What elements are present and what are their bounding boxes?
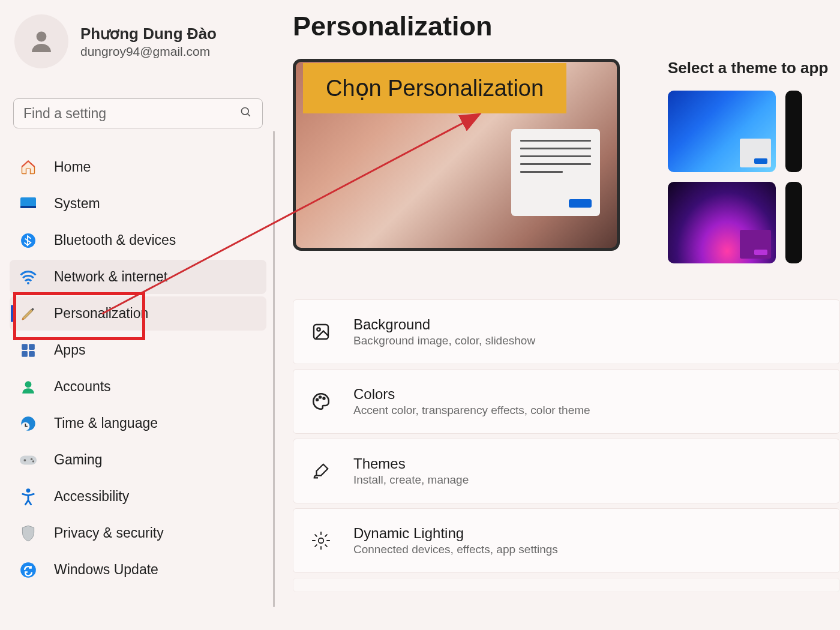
setting-desc: Install, create, manage	[353, 473, 469, 487]
setting-desc: Connected devices, effects, app settings	[353, 543, 558, 556]
svg-point-24	[323, 398, 325, 400]
sidebar-item-apps[interactable]: Apps	[10, 333, 266, 367]
setting-row-dynamic-lighting[interactable]: Dynamic Lighting Connected devices, effe…	[293, 508, 840, 573]
accessibility-icon	[19, 488, 37, 506]
sidebar-item-label: Home	[54, 159, 91, 175]
svg-point-25	[319, 538, 324, 544]
sidebar-item-label: System	[54, 196, 100, 212]
sidebar-item-label: Accessibility	[54, 488, 129, 505]
update-icon	[19, 561, 37, 579]
setting-desc: Background image, color, slideshow	[353, 334, 535, 347]
gamepad-icon	[19, 451, 37, 469]
svg-point-22	[316, 399, 318, 401]
svg-line-30	[315, 535, 317, 536]
sidebar-item-gaming[interactable]: Gaming	[10, 443, 266, 477]
setting-title: Dynamic Lighting	[353, 525, 558, 542]
annotation-label: Chọn Personalization	[326, 76, 544, 101]
themes-column: Select a theme to app	[668, 59, 840, 263]
svg-point-21	[317, 328, 320, 331]
sidebar-item-privacy[interactable]: Privacy & security	[10, 516, 266, 550]
annotation-callout: Chọn Personalization	[303, 63, 566, 113]
themes-heading: Select a theme to app	[668, 59, 840, 77]
settings-list: Background Background image, color, slid…	[293, 299, 840, 592]
sidebar-item-bluetooth[interactable]: Bluetooth & devices	[10, 223, 266, 257]
sidebar-item-label: Accounts	[54, 379, 111, 395]
sidebar-item-system[interactable]: System	[10, 187, 266, 221]
sidebar-item-label: Windows Update	[54, 562, 158, 578]
sidebar-item-time[interactable]: Time & language	[10, 406, 266, 440]
sidebar-item-label: Gaming	[54, 452, 103, 468]
sidebar-item-update[interactable]: Windows Update	[10, 553, 266, 587]
svg-point-11	[25, 381, 32, 388]
theme-card-dark[interactable]	[785, 91, 802, 172]
svg-point-15	[24, 459, 26, 461]
svg-line-31	[325, 545, 327, 547]
brush-icon	[310, 460, 332, 482]
svg-rect-7	[22, 344, 28, 350]
setting-title: Colors	[353, 386, 590, 403]
svg-rect-8	[29, 344, 35, 350]
search-icon	[240, 106, 252, 121]
bluetooth-icon	[19, 232, 37, 250]
sidebar-nav: Home System Bluetooth & devices Network …	[10, 150, 266, 587]
sidebar-scrollbar[interactable]	[273, 131, 275, 607]
svg-rect-4	[20, 206, 36, 208]
theme-card-extra[interactable]	[785, 182, 802, 263]
apps-icon	[19, 341, 37, 359]
page-title: Personalization	[293, 11, 840, 42]
sidebar-item-personalization[interactable]: Personalization	[10, 296, 266, 331]
svg-point-6	[27, 282, 29, 284]
avatar-icon	[27, 27, 56, 56]
sidebar-item-label: Privacy & security	[54, 525, 164, 541]
user-name: Phương Dung Đào	[80, 25, 217, 43]
svg-point-16	[31, 458, 32, 460]
svg-line-33	[325, 535, 327, 536]
setting-title: Background	[353, 316, 535, 333]
user-block[interactable]: Phương Dung Đào dungroy94@gmail.com	[14, 14, 266, 68]
svg-point-23	[319, 397, 321, 398]
setting-row-partial[interactable]	[293, 578, 840, 592]
svg-rect-9	[22, 351, 28, 357]
paintbrush-icon	[19, 305, 37, 323]
image-icon	[310, 321, 332, 343]
theme-card-light[interactable]	[668, 91, 776, 172]
svg-line-32	[315, 545, 317, 547]
setting-desc: Accent color, transparency effects, colo…	[353, 404, 590, 417]
sidebar-item-label: Network & internet	[54, 269, 167, 285]
svg-rect-10	[29, 351, 35, 357]
svg-rect-14	[20, 455, 37, 464]
svg-point-1	[242, 108, 249, 115]
sparkle-icon	[310, 530, 332, 551]
sidebar-item-home[interactable]: Home	[10, 150, 266, 184]
setting-title: Themes	[353, 455, 469, 472]
svg-line-2	[248, 114, 250, 116]
themes-grid	[668, 91, 840, 263]
shield-icon	[19, 524, 37, 542]
sidebar-item-accessibility[interactable]: Accessibility	[10, 479, 266, 514]
user-email: dungroy94@gmail.com	[80, 44, 217, 59]
sidebar: Phương Dung Đào dungroy94@gmail.com Home	[0, 0, 276, 630]
palette-icon	[310, 391, 332, 412]
setting-row-themes[interactable]: Themes Install, create, manage	[293, 439, 840, 503]
sidebar-item-network[interactable]: Network & internet	[10, 260, 266, 294]
svg-point-17	[32, 460, 34, 462]
clock-globe-icon	[19, 415, 37, 433]
home-icon	[19, 158, 37, 176]
svg-point-18	[26, 488, 31, 493]
sidebar-item-accounts[interactable]: Accounts	[10, 370, 266, 404]
setting-row-colors[interactable]: Colors Accent color, transparency effect…	[293, 369, 840, 434]
sidebar-item-label: Time & language	[54, 415, 158, 431]
svg-rect-20	[314, 325, 328, 339]
sidebar-item-label: Apps	[54, 342, 85, 358]
user-text: Phương Dung Đào dungroy94@gmail.com	[80, 25, 217, 59]
svg-point-0	[37, 32, 47, 42]
avatar	[14, 14, 68, 68]
accounts-icon	[19, 378, 37, 396]
system-icon	[19, 195, 37, 213]
sidebar-item-label: Bluetooth & devices	[54, 232, 176, 248]
sidebar-item-label: Personalization	[54, 305, 148, 322]
preview-window-icon	[511, 129, 600, 216]
setting-row-background[interactable]: Background Background image, color, slid…	[293, 299, 840, 364]
theme-card-glow[interactable]	[668, 182, 776, 263]
search-input[interactable]	[13, 98, 263, 128]
